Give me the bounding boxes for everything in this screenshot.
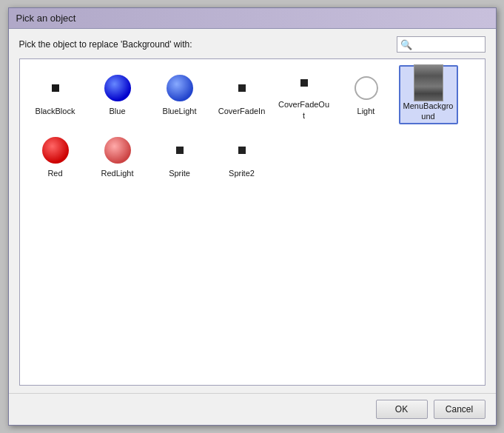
items-grid: BlackBlock Blue BlueLight [26, 65, 479, 187]
menubackground-label: MenuBackground [403, 101, 454, 122]
items-area: BlackBlock Blue BlueLight [19, 58, 485, 386]
cancel-button[interactable]: Cancel [434, 400, 485, 419]
item-menubackground[interactable]: MenuBackground [399, 65, 458, 124]
item-light[interactable]: Light [337, 65, 396, 124]
item-red[interactable]: Red [26, 127, 85, 187]
instruction-text: Pick the object to replace 'Background' … [19, 39, 192, 50]
sprite2-label: Sprite2 [229, 168, 255, 178]
bluelight-label: BlueLight [163, 106, 197, 116]
sprite-label: Sprite [169, 168, 190, 178]
menubackground-icon [414, 68, 443, 98]
dialog-body: Pick the object to replace 'Background' … [9, 29, 496, 393]
item-redlight[interactable]: RedLight [88, 127, 147, 187]
pick-object-dialog: Pick an object Pick the object to replac… [8, 7, 497, 426]
redlight-icon [103, 135, 132, 165]
coverfadein-label: CoverFadeIn [218, 106, 266, 116]
sprite-icon [165, 135, 195, 165]
item-blackblock[interactable]: BlackBlock [26, 65, 85, 124]
item-blue[interactable]: Blue [88, 65, 147, 124]
search-input[interactable] [414, 40, 482, 49]
blue-icon [103, 73, 132, 103]
dialog-title: Pick an object [16, 13, 76, 24]
item-sprite[interactable]: Sprite [150, 127, 209, 187]
item-bluelight[interactable]: BlueLight [150, 65, 209, 124]
dialog-titlebar: Pick an object [9, 8, 496, 29]
ok-button[interactable]: OK [376, 400, 428, 419]
red-icon [41, 135, 70, 165]
sprite2-icon [227, 135, 257, 165]
blackblock-icon [41, 73, 70, 103]
instruction-row: Pick the object to replace 'Background' … [19, 36, 485, 53]
blackblock-label: BlackBlock [36, 106, 75, 116]
search-box[interactable]: 🔍 [397, 36, 485, 53]
light-label: Light [357, 106, 375, 116]
coverfadein-icon [227, 73, 257, 103]
item-sprite2[interactable]: Sprite2 [212, 127, 272, 187]
red-label: Red [47, 168, 62, 178]
coverfadeout-label: CoverFadeOut [278, 99, 330, 121]
search-icon: 🔍 [400, 39, 412, 50]
light-icon [352, 73, 381, 103]
item-coverfadeout[interactable]: CoverFadeOut [275, 65, 334, 124]
dialog-footer: OK Cancel [9, 393, 496, 425]
coverfadeout-icon [289, 69, 319, 96]
item-coverfadein[interactable]: CoverFadeIn [212, 65, 272, 124]
blue-label: Blue [109, 106, 125, 116]
bluelight-icon [165, 73, 195, 103]
redlight-label: RedLight [101, 168, 133, 178]
